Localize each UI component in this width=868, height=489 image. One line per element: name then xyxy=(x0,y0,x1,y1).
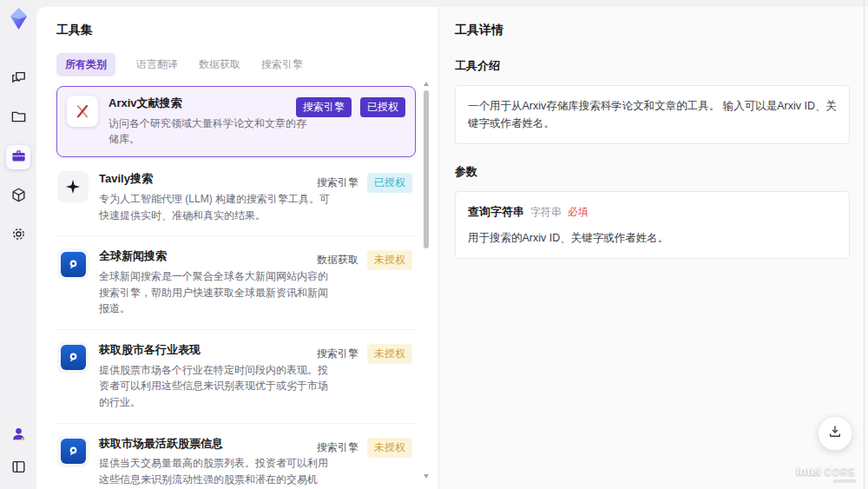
sidebar-item-panel-toggle[interactable] xyxy=(6,456,30,480)
tool-name: 获取股市各行业表现 xyxy=(99,342,306,358)
panel-toggle-icon xyxy=(10,459,27,479)
tool-card-global-news[interactable]: 全球新闻搜索 全球新闻搜索是一个聚合全球各大新闻网站内容的搜索引擎，帮助用户快速… xyxy=(56,236,416,330)
sidebar-item-settings[interactable] xyxy=(6,223,30,248)
details-title: 工具详情 xyxy=(455,23,850,38)
blue-search-logo-icon xyxy=(57,342,89,373)
intro-box: 一个用于从Arxiv存储库搜索科学论文和文章的工具。 输入可以是Arxiv ID… xyxy=(455,85,850,144)
arxiv-logo-icon xyxy=(67,96,98,127)
tool-card-tavily[interactable]: Tavily搜索 专为人工智能代理 (LLM) 构建的搜索引擎工具。可快速提供实… xyxy=(56,159,416,236)
intro-text: 一个用于从Arxiv存储库搜索科学论文和文章的工具。 输入可以是Arxiv ID… xyxy=(468,100,837,129)
core-logo-text: CORE xyxy=(825,466,856,477)
category-label: 搜索引擎 xyxy=(317,438,358,455)
category-label: 搜索引擎 xyxy=(317,173,358,190)
sidebar-item-plugins[interactable] xyxy=(6,184,30,208)
category-label: 搜索引擎 xyxy=(317,344,358,361)
tab-all-categories[interactable]: 所有类别 xyxy=(56,53,115,76)
app-logo-icon xyxy=(7,7,30,30)
tool-list-scrollbar[interactable] xyxy=(423,80,430,480)
tool-name: Tavily搜索 xyxy=(99,171,306,187)
tool-name: 全球新闻搜索 xyxy=(99,248,306,264)
details-panel: 工具详情 工具介绍 一个用于从Arxiv存储库搜索科学论文和文章的工具。 输入可… xyxy=(439,7,868,489)
top-strip xyxy=(36,0,868,7)
download-button[interactable] xyxy=(818,416,852,451)
param-name: 查询字符串 xyxy=(468,203,524,221)
scroll-up-arrow-icon[interactable] xyxy=(423,80,430,89)
tool-name: 获取市场最活跃股票信息 xyxy=(99,436,306,452)
intel-logo-text: intel xyxy=(796,465,820,478)
auth-badge: 未授权 xyxy=(367,344,412,364)
param-required-badge: 必填 xyxy=(568,204,589,221)
blue-search-logo-icon xyxy=(57,436,89,467)
scrollbar-track[interactable] xyxy=(423,89,430,472)
auth-badge: 已授权 xyxy=(367,173,412,193)
scrollbar-thumb[interactable] xyxy=(424,90,429,248)
category-badge: 搜索引擎 xyxy=(296,97,352,117)
category-tabs: 所有类别 语言翻译 数据获取 搜索引擎 xyxy=(56,53,438,76)
tab-language-translation[interactable]: 语言翻译 xyxy=(136,57,178,72)
tab-search-engine[interactable]: 搜索引擎 xyxy=(261,57,303,72)
gear-icon xyxy=(10,226,27,246)
main-area: 工具集 所有类别 语言翻译 数据获取 搜索引擎 xyxy=(36,0,868,489)
sidebar-item-tools[interactable] xyxy=(6,145,30,169)
tool-list: Arxiv文献搜索 访问各个研究领域大量科学论文和文章的存储库。 搜索引擎 已授… xyxy=(56,86,416,489)
chat-icon xyxy=(10,69,27,89)
tool-description: 提供股票市场各个行业在特定时间段内的表现。投资者可以利用这些信息来识别表现优于或… xyxy=(99,362,332,411)
sidebar xyxy=(0,0,36,489)
parameter-card: 查询字符串 字符串 必填 用于搜索的Arxiv ID、关键字或作者姓名。 xyxy=(455,191,850,259)
user-avatar-icon xyxy=(10,426,27,446)
intel-core-badge: intel CORE xyxy=(796,463,856,483)
tool-description: 提供当天交易量最高的股票列表。投资者可以利用这些信息来识别流动性强的股票和潜在的… xyxy=(99,455,332,489)
tool-description: 访问各个研究领域大量科学论文和文章的存储库。 xyxy=(108,116,308,148)
download-icon xyxy=(827,424,843,443)
auth-badge: 已授权 xyxy=(360,97,405,117)
auth-badge: 未授权 xyxy=(367,438,412,458)
tool-description: 全球新闻搜索是一个聚合全球各大新闻网站内容的搜索引擎，帮助用户快速获取全球最新资… xyxy=(99,268,332,317)
blue-search-logo-icon xyxy=(57,248,89,280)
tool-description: 专为人工智能代理 (LLM) 构建的搜索引擎工具。可快速提供实时、准确和真实的结… xyxy=(99,191,332,223)
tool-card-active-stocks[interactable]: 获取市场最活跃股票信息 提供当天交易量最高的股票列表。投资者可以利用这些信息来识… xyxy=(56,424,416,489)
tool-card-arxiv[interactable]: Arxiv文献搜索 访问各个研究领域大量科学论文和文章的存储库。 搜索引擎 已授… xyxy=(56,86,416,157)
app-window: 工具集 所有类别 语言翻译 数据获取 搜索引擎 xyxy=(0,0,868,489)
intro-heading: 工具介绍 xyxy=(455,58,850,74)
sidebar-item-files[interactable] xyxy=(6,106,30,130)
tools-panel: 工具集 所有类别 语言翻译 数据获取 搜索引擎 xyxy=(36,7,439,489)
window-edge xyxy=(864,0,865,489)
toolbox-icon xyxy=(10,148,27,168)
tavily-star-icon xyxy=(57,171,89,202)
tab-data-fetching[interactable]: 数据获取 xyxy=(199,57,240,72)
brand-underline xyxy=(833,479,856,483)
page-title: 工具集 xyxy=(56,23,438,38)
scroll-down-arrow-icon[interactable] xyxy=(423,472,430,480)
params-heading: 参数 xyxy=(455,164,850,180)
category-label: 数据获取 xyxy=(317,250,358,268)
tool-card-sector-performance[interactable]: 获取股市各行业表现 提供股票市场各个行业在特定时间段内的表现。投资者可以利用这些… xyxy=(56,330,416,424)
sidebar-item-chat[interactable] xyxy=(6,67,30,91)
param-description: 用于搜索的Arxiv ID、关键字或作者姓名。 xyxy=(468,229,837,247)
cube-icon xyxy=(10,187,27,207)
tool-name: Arxiv文献搜索 xyxy=(108,96,286,111)
auth-badge: 未授权 xyxy=(367,250,412,270)
param-type: 字符串 xyxy=(530,204,562,221)
folder-icon xyxy=(10,109,27,129)
sidebar-item-account[interactable] xyxy=(6,423,30,447)
